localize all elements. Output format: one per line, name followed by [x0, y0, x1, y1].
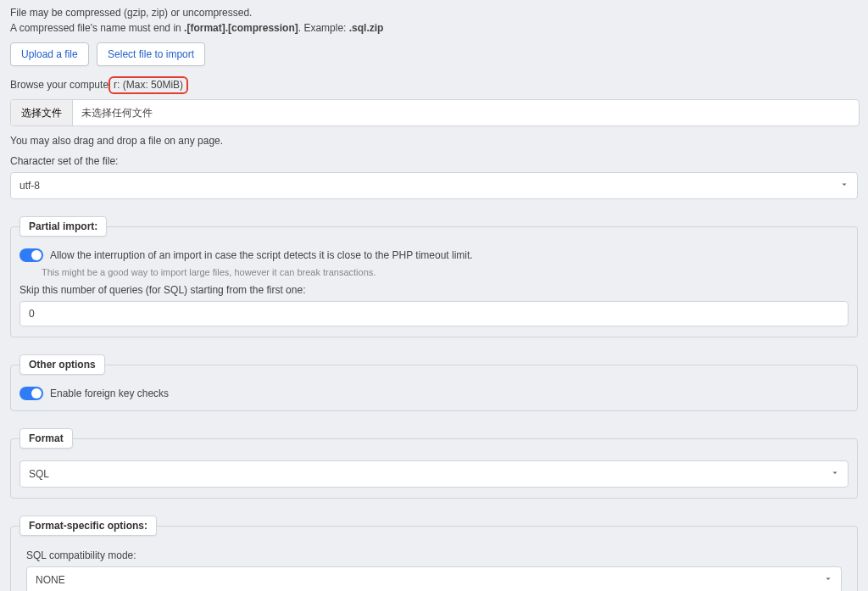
file-input-row: 选择文件 未选择任何文件 — [10, 99, 860, 126]
help-line-2-pre: A compressed file's name must end in — [10, 22, 184, 34]
select-file-to-import-button[interactable]: Select file to import — [97, 42, 205, 66]
format-specific-options-panel: Format-specific options: SQL compatibili… — [10, 516, 858, 591]
charset-select-wrap: utf-8 — [10, 172, 858, 199]
browse-label: Browse your computer: (Max: 50MiB) — [10, 76, 858, 94]
help-line-2-bold1: .[format].[compression] — [184, 22, 298, 34]
format-legend: Format — [19, 428, 73, 449]
partial-import-legend: Partial import: — [19, 216, 107, 237]
skip-queries-input[interactable] — [19, 301, 849, 326]
browse-label-pre: Browse your compute — [10, 79, 108, 91]
no-file-selected-text: 未选择任何文件 — [73, 100, 859, 125]
drag-drop-hint: You may also drag and drop a file on any… — [10, 135, 858, 147]
sql-compat-select[interactable]: NONE — [26, 566, 842, 591]
sql-compat-label: SQL compatibility mode: — [26, 549, 842, 561]
foreign-key-toggle[interactable] — [19, 387, 43, 400]
foreign-key-label: Enable foreign key checks — [50, 387, 169, 399]
format-select-wrap: SQL — [19, 460, 849, 488]
other-options-legend: Other options — [19, 354, 105, 375]
upload-buttons-row: Upload a file Select file to import — [10, 42, 858, 66]
allow-interruption-row: Allow the interruption of an import in c… — [19, 248, 849, 262]
foreign-key-row: Enable foreign key checks — [19, 387, 849, 400]
charset-select[interactable]: utf-8 — [10, 172, 858, 199]
upload-a-file-button[interactable]: Upload a file — [10, 42, 89, 66]
help-line-2-post: . Example: — [298, 22, 349, 34]
allow-interruption-toggle[interactable] — [19, 248, 43, 262]
help-line-1: File may be compressed (gzip, zip) or un… — [10, 7, 858, 19]
max-size-highlight: r: (Max: 50MiB) — [108, 76, 188, 94]
partial-import-panel: Partial import: Allow the interruption o… — [10, 216, 858, 337]
allow-interruption-label: Allow the interruption of an import in c… — [50, 249, 473, 261]
other-options-panel: Other options Enable foreign key checks — [10, 354, 858, 411]
choose-file-button[interactable]: 选择文件 — [11, 100, 73, 125]
help-line-2-bold2: .sql.zip — [349, 22, 384, 34]
allow-interruption-hint: This might be a good way to import large… — [42, 267, 849, 277]
skip-queries-label: Skip this number of queries (for SQL) st… — [19, 284, 849, 296]
sql-compat-select-wrap: NONE — [26, 566, 842, 591]
charset-label: Character set of the file: — [10, 155, 858, 167]
import-page: File may be compressed (gzip, zip) or un… — [0, 0, 868, 591]
format-select[interactable]: SQL — [19, 460, 849, 488]
format-panel: Format SQL — [10, 428, 858, 499]
fso-inner: SQL compatibility mode: NONE Do not use … — [26, 549, 842, 591]
help-line-2: A compressed file's name must end in .[f… — [10, 22, 858, 34]
format-specific-options-legend: Format-specific options: — [19, 516, 157, 536]
